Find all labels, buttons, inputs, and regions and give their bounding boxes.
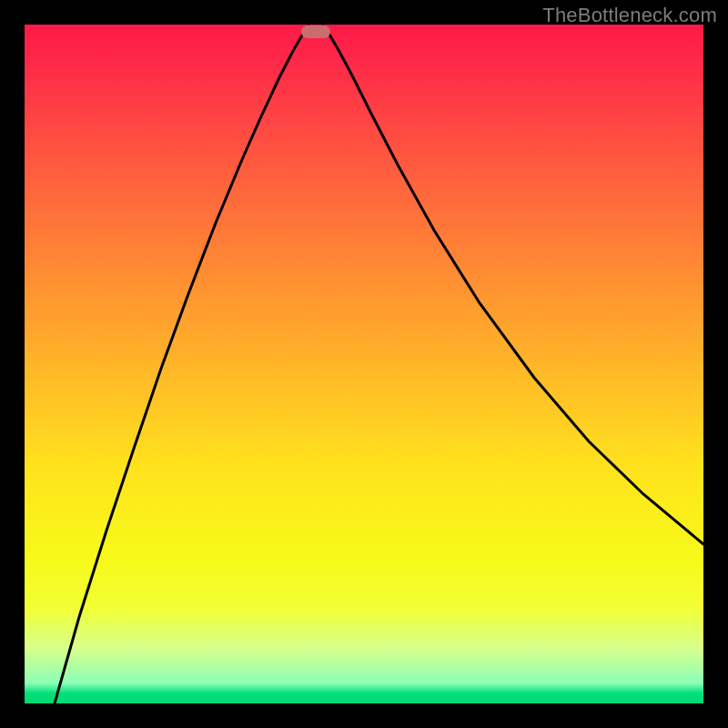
curve-right xyxy=(323,26,703,544)
chart-curves-svg xyxy=(25,25,703,703)
curve-left xyxy=(55,26,308,703)
bottleneck-marker xyxy=(301,25,330,38)
chart-plot-area xyxy=(25,25,703,703)
